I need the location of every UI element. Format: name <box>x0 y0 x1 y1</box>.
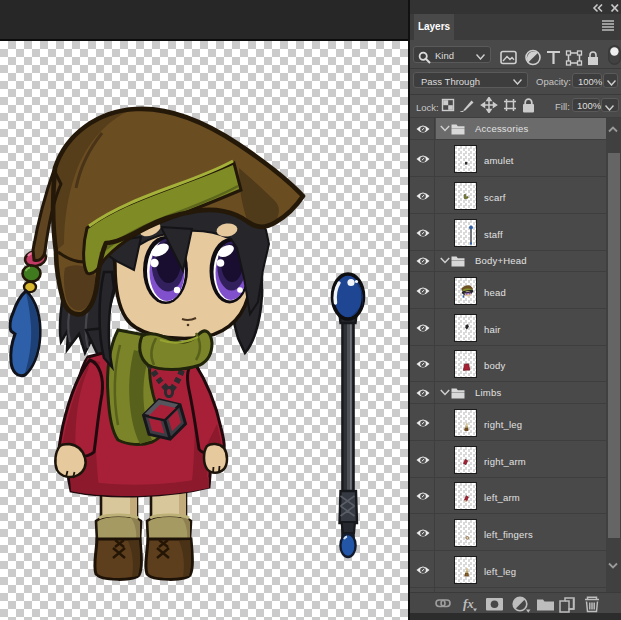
svg-text:fx: fx <box>463 596 474 611</box>
